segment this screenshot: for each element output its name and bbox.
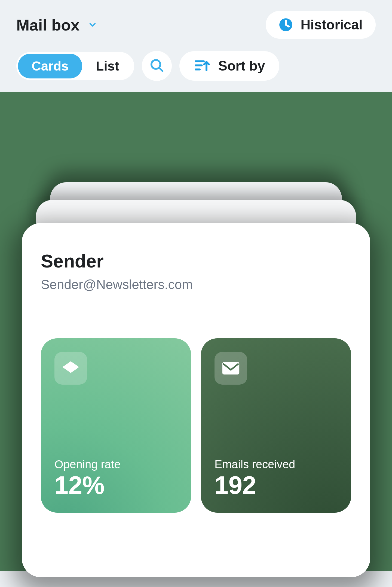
tab-cards[interactable]: Cards bbox=[18, 54, 82, 78]
page-title: Mail box bbox=[16, 16, 79, 34]
svg-rect-7 bbox=[223, 363, 239, 374]
stat-value: 12% bbox=[54, 473, 177, 498]
clock-icon bbox=[279, 18, 293, 32]
historical-button[interactable]: Historical bbox=[266, 11, 376, 39]
stat-value: 192 bbox=[215, 473, 338, 498]
card-stack: Sender Sender@Newsletters.com Opening ra… bbox=[22, 182, 370, 536]
sort-button[interactable]: Sort by bbox=[179, 51, 279, 81]
search-button[interactable] bbox=[142, 51, 172, 81]
svg-line-2 bbox=[160, 68, 163, 71]
stat-label: Emails received bbox=[215, 458, 338, 471]
header: Mail box Historical Cards List bbox=[0, 0, 392, 92]
sender-title: Sender bbox=[41, 250, 351, 272]
open-envelope-icon bbox=[54, 352, 87, 385]
tab-list[interactable]: List bbox=[82, 54, 133, 78]
stat-emails-received[interactable]: Emails received 192 bbox=[201, 338, 351, 513]
stat-label: Opening rate bbox=[54, 458, 177, 471]
sort-icon bbox=[194, 57, 210, 75]
envelope-icon bbox=[215, 352, 247, 385]
historical-label: Historical bbox=[301, 17, 363, 33]
sort-label: Sort by bbox=[218, 58, 265, 74]
mailbox-dropdown[interactable]: Mail box bbox=[16, 16, 97, 34]
stat-row: Opening rate 12% Emails received 192 bbox=[41, 338, 351, 513]
chevron-down-icon bbox=[88, 20, 97, 30]
stat-opening-rate[interactable]: Opening rate 12% bbox=[41, 338, 191, 513]
sender-email: Sender@Newsletters.com bbox=[41, 277, 351, 292]
search-icon bbox=[149, 58, 164, 74]
title-row: Mail box Historical bbox=[16, 11, 376, 39]
toolbar: Cards List Sort by bbox=[16, 51, 376, 81]
content-area: Sender Sender@Newsletters.com Opening ra… bbox=[0, 92, 392, 571]
sender-card[interactable]: Sender Sender@Newsletters.com Opening ra… bbox=[22, 223, 370, 577]
view-toggle: Cards List bbox=[16, 52, 134, 80]
